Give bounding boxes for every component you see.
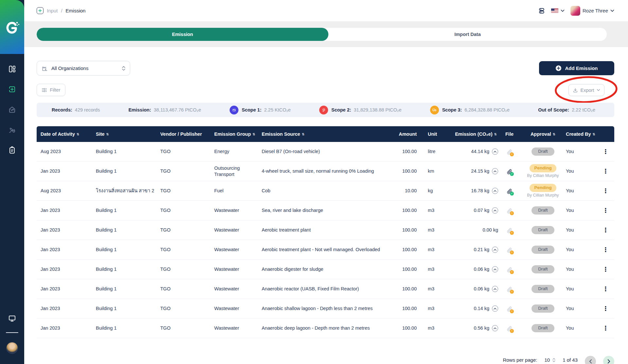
row-actions-menu-button[interactable]: ⋮ — [601, 148, 611, 155]
cell-emission-source: Diesel B7 (On-road vehicle) — [259, 148, 388, 154]
sidebar-divider — [6, 332, 18, 333]
row-actions-menu-button[interactable]: ⋮ — [601, 207, 611, 214]
approval-by-label: By Cillian Murphy — [527, 193, 559, 198]
expand-emission-icon[interactable] — [492, 305, 498, 312]
sidebar-item-energy[interactable] — [8, 126, 16, 134]
row-actions-menu-button[interactable]: ⋮ — [601, 167, 611, 175]
expand-emission-icon[interactable] — [492, 148, 498, 155]
column-header-emission[interactable]: Emission (CO₂e)⇅ — [451, 131, 499, 137]
row-actions-menu-button[interactable]: ⋮ — [601, 305, 611, 312]
column-header-approval[interactable]: Approval⇅ — [520, 131, 566, 137]
emission-value: 16.78 kg — [471, 188, 489, 194]
row-actions-menu-button[interactable]: ⋮ — [601, 246, 611, 253]
row-actions-menu-button[interactable]: ⋮ — [601, 226, 611, 234]
language-selector[interactable] — [551, 9, 565, 13]
sidebar-user-avatar[interactable] — [6, 342, 18, 354]
cell-file: ! — [499, 148, 520, 155]
tab-import-data[interactable]: Import Data — [328, 28, 607, 41]
sort-icon: ⇅ — [253, 132, 255, 136]
attachment-paperclip-icon[interactable]: ! — [506, 326, 513, 332]
cell-approval: Draft — [520, 224, 566, 236]
leaf-logo-icon — [5, 19, 20, 36]
export-button[interactable]: Export — [568, 84, 604, 96]
expand-emission-icon[interactable] — [492, 286, 498, 292]
attachment-paperclip-icon[interactable]: ✓ — [506, 188, 513, 195]
sidebar-item-analytics[interactable] — [8, 105, 16, 114]
cell-created-by: You — [566, 286, 597, 292]
truck-icon — [430, 106, 439, 114]
stat-label: Records: — [52, 107, 72, 113]
column-header-group[interactable]: Emission Group⇅ — [212, 131, 259, 137]
approval-badge: Draft — [532, 147, 554, 156]
cell-file: ! — [499, 266, 520, 273]
column-header-source[interactable]: Emission Source⇅ — [259, 131, 388, 137]
us-flag-icon — [551, 9, 558, 13]
expand-emission-icon[interactable] — [492, 325, 498, 331]
server-toggle-icon[interactable] — [538, 7, 545, 15]
cell-site: โรงงานสิ่งทอสานฝัน สาขา 2 — [92, 188, 158, 194]
stat-label: Out of Scope: — [538, 107, 569, 113]
cell-unit: m3 — [419, 286, 451, 292]
stat-value: 2.22 tCO₂e — [572, 107, 595, 113]
cell-file: ✓ — [499, 167, 520, 175]
column-header-date[interactable]: Date of Activity⇅ — [37, 131, 92, 137]
organization-select[interactable]: All Organizations — [37, 61, 130, 76]
breadcrumb-current-page: Emission — [66, 8, 86, 13]
cell-actions: ⋮ — [597, 148, 614, 155]
chevron-up-down-icon[interactable] — [552, 358, 555, 362]
attachment-paperclip-icon[interactable]: ! — [506, 286, 513, 293]
sidebar-item-input[interactable] — [8, 85, 16, 94]
attachment-paperclip-icon[interactable]: ! — [506, 267, 513, 273]
cell-emission-group: Wastewater — [212, 247, 259, 252]
add-emission-button[interactable]: Add Emission — [539, 61, 614, 75]
sidebar-item-reports[interactable] — [8, 146, 16, 154]
row-actions-menu-button[interactable]: ⋮ — [601, 187, 611, 195]
attachment-paperclip-icon[interactable]: ! — [506, 306, 513, 312]
attachment-paperclip-icon[interactable]: ✓ — [506, 169, 513, 175]
expand-emission-icon[interactable] — [492, 188, 498, 194]
cell-amount: 100.00 — [388, 207, 419, 213]
expand-emission-icon[interactable] — [492, 266, 498, 272]
user-menu[interactable]: Roze Three — [570, 6, 614, 16]
row-actions-menu-button[interactable]: ⋮ — [601, 324, 611, 332]
column-header-site[interactable]: Site⇅ — [92, 131, 158, 137]
cell-vendor: TGO — [158, 286, 212, 292]
cell-emission-source: 4-wheel truck, small size, normal runnin… — [259, 168, 388, 174]
attachment-status-badge: ! — [510, 251, 514, 254]
sidebar-item-dashboard[interactable] — [8, 65, 16, 73]
attachment-paperclip-icon[interactable]: ! — [506, 208, 513, 214]
row-actions-menu-button[interactable]: ⋮ — [601, 285, 611, 293]
tab-emission[interactable]: Emission — [37, 28, 328, 41]
rows-per-page-value[interactable]: 10 — [544, 357, 550, 363]
stat-value: 2.25 KtCO₂e — [264, 107, 290, 113]
cell-date: Jan 2023 — [37, 305, 92, 311]
cell-approval: Draft — [520, 322, 566, 334]
attachment-paperclip-icon[interactable]: ! — [506, 247, 513, 253]
cell-file: ! — [499, 246, 520, 253]
cell-unit: m3 — [419, 305, 451, 311]
breadcrumb-section[interactable]: Input — [47, 8, 58, 13]
tab-band: Emission Import Data — [24, 21, 628, 47]
cell-created-by: You — [566, 266, 597, 272]
attachment-paperclip-icon[interactable]: ! — [506, 228, 513, 234]
cell-amount: 100.00 — [388, 266, 419, 272]
row-actions-menu-button[interactable]: ⋮ — [601, 266, 611, 273]
table-row: Jan 2023Building 1TGOOutsourcing Transpo… — [37, 162, 614, 181]
attachment-paperclip-icon[interactable]: ! — [506, 149, 513, 155]
stat-label: Scope 1: — [242, 107, 261, 113]
cell-amount: 100.00 — [388, 148, 419, 154]
table-body: Aug 2023Building 1TGOEnergyDiesel B7 (On… — [37, 142, 614, 338]
next-page-button[interactable] — [603, 356, 614, 364]
previous-page-button[interactable] — [585, 356, 596, 364]
cell-emission: 24.15 kg — [451, 168, 499, 174]
chevron-down-icon — [610, 9, 614, 12]
column-header-created-by[interactable]: Created By⇅ — [566, 131, 597, 137]
attachment-status-badge: ! — [510, 290, 514, 294]
expand-emission-icon[interactable] — [492, 207, 498, 214]
table-header: Date of Activity⇅ Site⇅ Vendor / Publish… — [37, 126, 614, 142]
sidebar-item-display[interactable] — [0, 315, 24, 322]
filter-button[interactable]: Filter — [37, 84, 65, 96]
expand-emission-icon[interactable] — [492, 168, 498, 174]
cell-vendor: TGO — [158, 168, 212, 174]
expand-emission-icon[interactable] — [492, 247, 498, 253]
